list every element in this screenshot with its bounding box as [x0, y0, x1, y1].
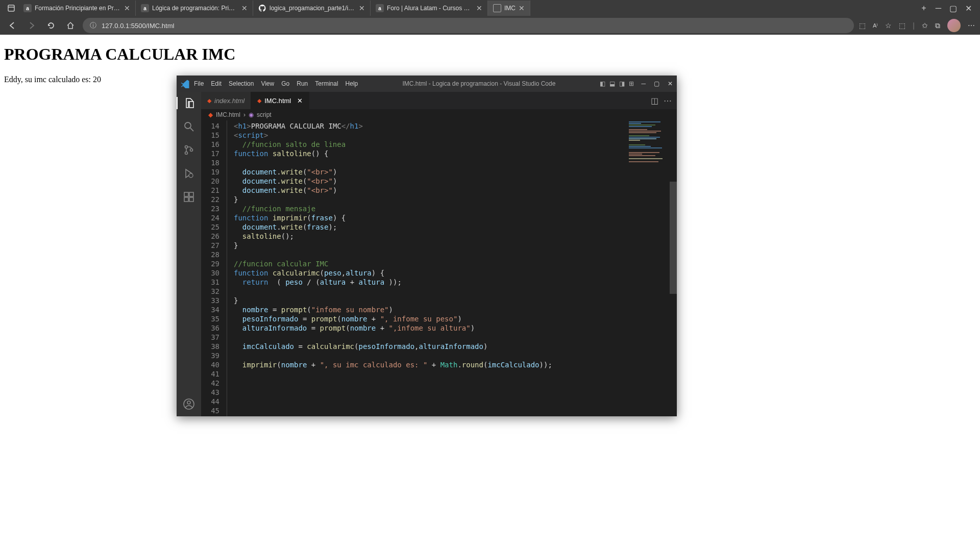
minimize-icon[interactable]: ─: [936, 4, 941, 13]
favicon-alura-icon: a: [141, 4, 149, 12]
tab-close-icon[interactable]: ✕: [124, 4, 130, 12]
layout-icon[interactable]: ◨: [619, 80, 625, 87]
chevron-right-icon: ›: [243, 111, 246, 118]
source-control-icon[interactable]: [183, 144, 195, 156]
refresh-button[interactable]: [44, 18, 58, 33]
scrollbar-thumb[interactable]: [670, 182, 677, 294]
editor-tab[interactable]: ◆index.html: [201, 92, 251, 109]
extensions-icon[interactable]: [183, 191, 195, 203]
add-favorite-icon[interactable]: ✩: [922, 21, 928, 30]
close-icon[interactable]: ✕: [965, 4, 972, 13]
layout-icon[interactable]: ◧: [600, 80, 605, 87]
tab-title: Lógica de programación: Primero: [152, 5, 238, 12]
svg-rect-8: [184, 192, 188, 196]
tab-title: Formación Principiante en Progr: [35, 5, 121, 12]
address-bar[interactable]: ⓘ 127.0.0.1:5500/IMC.html: [83, 18, 854, 33]
line-gutter: 1415161718192021222324252627282930313233…: [201, 120, 227, 416]
html-file-icon: ◆: [257, 97, 261, 104]
new-tab-button[interactable]: +: [916, 4, 931, 13]
menu-file[interactable]: File: [194, 80, 204, 87]
window-controls: ─ ▢ ✕: [932, 4, 976, 13]
breadcrumb[interactable]: ◆ IMC.html › ◉ script: [201, 109, 677, 120]
editor-tab-label: index.html: [214, 97, 244, 105]
accounts-icon[interactable]: [183, 398, 195, 410]
menu-edit[interactable]: Edit: [211, 80, 222, 87]
svg-point-7: [189, 173, 193, 178]
editor-tabs: ◆index.html◆IMC.html✕ ◫ ⋯: [201, 92, 677, 109]
profile-avatar[interactable]: [947, 19, 961, 32]
run-debug-icon[interactable]: [183, 167, 195, 180]
extensions-icon[interactable]: ⬚: [899, 21, 905, 30]
more-icon[interactable]: ⋯: [968, 21, 975, 30]
minimap[interactable]: [629, 121, 670, 167]
tab-close-icon[interactable]: ✕: [297, 97, 303, 105]
menu-view[interactable]: View: [261, 80, 274, 87]
collections-icon[interactable]: ⧉: [935, 21, 940, 30]
tab-actions-icon[interactable]: [4, 1, 18, 15]
menu-go[interactable]: Go: [281, 80, 289, 87]
menu-selection[interactable]: Selection: [229, 80, 254, 87]
vscode-logo-icon: [181, 79, 190, 88]
breadcrumb-symbol: script: [257, 111, 272, 118]
favicon-alura-icon: a: [23, 4, 32, 12]
tab-close-icon[interactable]: ✕: [476, 4, 482, 12]
vscode-titlebar[interactable]: FileEditSelectionViewGoRunTerminalHelp I…: [177, 76, 677, 92]
indent-guide: [227, 120, 234, 416]
symbol-icon: ◉: [249, 111, 254, 118]
forward-button[interactable]: [24, 18, 39, 33]
more-actions-icon[interactable]: ⋯: [664, 96, 672, 106]
svg-rect-9: [184, 197, 188, 202]
maximize-icon[interactable]: ▢: [654, 80, 659, 87]
minimize-icon[interactable]: ─: [641, 80, 646, 87]
browser-tab[interactable]: logica_progamacion_parte1/imc✕: [253, 1, 371, 16]
scrollbar-track[interactable]: [670, 120, 677, 416]
close-icon[interactable]: ✕: [668, 80, 673, 87]
svg-line-3: [190, 128, 193, 131]
activity-bar: [177, 92, 201, 416]
page-content: PROGRAMA CALCULAR IMC Eddy, su imc calcu…: [0, 35, 980, 551]
browser-tab[interactable]: aForo | Alura Latam - Cursos onlin✕: [371, 1, 488, 16]
editor-tab[interactable]: ◆IMC.html✕: [251, 92, 309, 109]
code-editor[interactable]: 1415161718192021222324252627282930313233…: [201, 120, 677, 416]
site-info-icon[interactable]: ⓘ: [90, 21, 96, 30]
page-heading: PROGRAMA CALCULAR IMC: [4, 45, 976, 64]
browser-tab[interactable]: aFormación Principiante en Progr✕: [18, 1, 136, 16]
explorer-icon[interactable]: [177, 97, 201, 109]
vscode-layout-icons: ◧ ⬓ ◨ ⊞: [600, 80, 634, 87]
shopping-icon[interactable]: ⬚: [859, 21, 866, 30]
tab-close-icon[interactable]: ✕: [241, 4, 248, 12]
breadcrumb-file: IMC.html: [216, 111, 240, 118]
home-button[interactable]: [63, 18, 78, 33]
menu-run[interactable]: Run: [297, 80, 308, 87]
tab-bar: aFormación Principiante en Progr✕aLógica…: [0, 0, 980, 16]
maximize-icon[interactable]: ▢: [949, 4, 957, 13]
svg-point-2: [185, 122, 191, 129]
vscode-window: FileEditSelectionViewGoRunTerminalHelp I…: [177, 76, 677, 416]
menu-help[interactable]: Help: [346, 80, 358, 87]
back-button[interactable]: [5, 18, 19, 33]
favicon-file-icon: [493, 4, 501, 12]
tab-title: Foro | Alura Latam - Cursos onlin: [387, 5, 473, 12]
svg-rect-10: [189, 197, 193, 202]
split-editor-icon[interactable]: ◫: [651, 96, 658, 106]
vscode-window-controls: ─ ▢ ✕: [641, 80, 673, 87]
nav-bar: ⓘ 127.0.0.1:5500/IMC.html ⬚ A⁾ ☆ ⬚ | ✩ ⧉…: [0, 16, 980, 35]
menu-terminal[interactable]: Terminal: [315, 80, 338, 87]
editor-area: ◆index.html◆IMC.html✕ ◫ ⋯ ◆ IMC.html › ◉…: [201, 92, 677, 416]
tab-title: IMC: [504, 5, 516, 12]
favicon-alura-icon: a: [376, 4, 384, 12]
layout-icon[interactable]: ⬓: [609, 80, 615, 87]
browser-tab[interactable]: aLógica de programación: Primero✕: [136, 1, 253, 16]
layout-icon[interactable]: ⊞: [629, 80, 634, 87]
browser-tab[interactable]: IMC✕: [488, 1, 530, 16]
favorites-icon[interactable]: ☆: [885, 21, 892, 30]
url-text: 127.0.0.1:5500/IMC.html: [102, 22, 174, 30]
code-content[interactable]: <h1>PROGRAMA CALCULAR IMC</h1><script> /…: [234, 120, 677, 416]
favicon-github-icon: [258, 4, 266, 12]
search-icon[interactable]: [183, 120, 195, 133]
vscode-title: IMC.html - Logica de programacion - Visu…: [358, 80, 600, 87]
tab-close-icon[interactable]: ✕: [519, 4, 525, 12]
browser-chrome: aFormación Principiante en Progr✕aLógica…: [0, 0, 980, 35]
tab-close-icon[interactable]: ✕: [359, 4, 365, 12]
read-aloud-icon[interactable]: A⁾: [873, 22, 878, 29]
